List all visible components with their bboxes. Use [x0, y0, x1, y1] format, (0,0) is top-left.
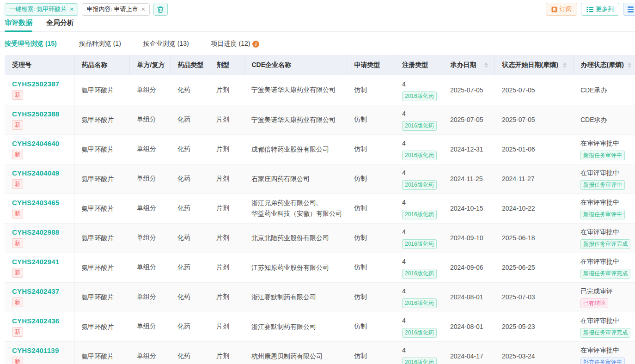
column-header-inner: 申请类型	[354, 61, 395, 69]
filter-tag-1: 申报内容: 申请上市×	[82, 3, 149, 16]
sort-carets-icon[interactable]	[563, 62, 567, 68]
sort-carets-icon[interactable]	[628, 62, 631, 68]
status-start-date-cell: 2025-07-03	[495, 282, 573, 312]
status-start-date-cell: 2025-03-24	[495, 341, 573, 364]
handle-status-cell: 在审评审批中补充任务审评中	[573, 341, 635, 364]
filter-tag-0: 一键检索: 氨甲环酸片×	[5, 3, 78, 16]
column-header-inner: 剂型	[217, 61, 244, 69]
sort-desc-icon[interactable]	[563, 66, 567, 68]
company-cell: 成都倍特药业股份有限公司	[244, 134, 347, 164]
drug-type-cell: 化药	[170, 312, 209, 341]
export-button-partial[interactable]	[623, 3, 635, 16]
status-badge: 新报任务审评中	[580, 180, 625, 190]
subtab-2[interactable]: 按企业浏览 (13)	[143, 40, 189, 48]
column-header-label: 状态开始日期(摩熵)	[502, 61, 558, 69]
apply-type-cell: 仿制	[347, 341, 395, 364]
table-row: CYHS2404049新氨甲环酸片单组分化药片剂石家庄四药有限公司仿制42016…	[5, 164, 635, 194]
sort-asc-icon[interactable]	[563, 62, 567, 65]
main-tabs: 审评数据全局分析	[0, 16, 635, 32]
export-icon	[628, 6, 635, 12]
accept-no-link[interactable]: CYHS2402941	[12, 258, 74, 266]
accept-no-link[interactable]: CYHS2404049	[12, 169, 74, 177]
table-header-row: 受理号药品名称单方/复方药品类型剂型CDE企业名称申请类型注册类型承办日期状态开…	[5, 55, 635, 75]
table-row: CYHS2502387新氨甲环酸片单组分化药片剂宁波美诺华天康药业有限公司仿制4…	[5, 75, 635, 105]
subtab-1[interactable]: 按品种浏览 (1)	[79, 40, 121, 48]
subtab-label: 项目进度 (12)	[211, 40, 250, 48]
accept-no-link[interactable]: CYHS2402437	[12, 287, 74, 295]
accept-no-link[interactable]: CYHS2402988	[12, 228, 74, 236]
drug-name: 氨甲环酸片	[82, 85, 130, 95]
accept-no-link[interactable]: CYHS2502388	[12, 110, 74, 118]
undertake-date-cell: 2024-10-15	[443, 194, 495, 223]
reg-type-number: 4	[402, 109, 443, 119]
sort-desc-icon[interactable]	[628, 66, 631, 68]
accept-no-cell: CYHS2502388新	[5, 105, 74, 134]
company-name: 北京北陆药业股份有限公司	[251, 233, 347, 243]
status-badge: 补充任务审评中	[580, 358, 625, 364]
drug-name-cell: 氨甲环酸片	[74, 75, 129, 105]
undertake-date-cell: 2024-09-06	[443, 253, 495, 282]
column-header-label: 办理状态(摩熵)	[581, 61, 624, 69]
drug-type-cell: 化药	[170, 253, 209, 282]
status-start-date-cell: 2024-10-22	[495, 194, 573, 223]
reg-type-badge: 2016版化药	[402, 91, 437, 101]
accept-no-link[interactable]: CYHS2403465	[12, 199, 74, 206]
accept-no-link[interactable]: CYHS2404640	[12, 140, 74, 147]
accept-no-link[interactable]: CYHS2502387	[12, 80, 74, 88]
drug-name-cell: 氨甲环酸片	[74, 134, 129, 164]
accept-no-link[interactable]: CYHS2401139	[12, 346, 74, 354]
drug-type-cell: 化药	[170, 75, 209, 105]
tab-0[interactable]: 审评数据	[5, 18, 32, 31]
new-badge: 新	[12, 120, 23, 130]
table-row: CYHS2402941新氨甲环酸片单组分化药片剂江苏知原药业股份有限公司仿制42…	[5, 253, 635, 282]
reg-type-badge: 2016版化药	[402, 358, 437, 364]
drug-type-cell: 化药	[170, 105, 209, 134]
accept-no-link[interactable]: CYHS2402436	[12, 317, 74, 325]
subtab-0[interactable]: 按受理号浏览 (15)	[5, 40, 57, 48]
status-badge: 新报任务审评完成	[580, 328, 630, 338]
info-icon[interactable]: i	[252, 41, 259, 48]
dosage-form-cell: 片剂	[209, 253, 244, 282]
status-badge: 已有结论	[580, 298, 608, 308]
review-data-table: 受理号药品名称单方/复方药品类型剂型CDE企业名称申请类型注册类型承办日期状态开…	[5, 55, 635, 364]
column-header-8[interactable]: 承办日期	[443, 55, 495, 75]
sort-asc-icon[interactable]	[484, 62, 488, 65]
accept-no-cell: CYHS2402988新	[5, 223, 74, 253]
reg-type-badge: 2016版化药	[402, 298, 437, 308]
drug-name: 氨甲环酸片	[82, 144, 130, 154]
reg-type-number: 4	[402, 197, 443, 207]
subscribe-button[interactable]: 订阅	[546, 3, 577, 16]
column-header-10[interactable]: 办理状态(摩熵)	[573, 55, 635, 75]
close-icon[interactable]: ×	[141, 6, 145, 12]
clear-filters-button[interactable]	[153, 3, 168, 16]
company-cell: 浙江兄弟药业有限公司,华益药业科技（安徽）有限公司	[244, 194, 347, 223]
undertake-date-cell: 2025-07-05	[443, 75, 495, 105]
column-header-1: 药品名称	[74, 55, 129, 75]
status-badge: 新报任务审评中	[580, 210, 625, 219]
reg-type-number: 4	[402, 315, 443, 326]
handle-status-cell: 在审评审批中新报任务审评中	[573, 194, 635, 223]
column-header-label: 单方/复方	[137, 61, 165, 69]
handle-status-cell: 在审评审批中新报任务审评中	[573, 164, 635, 194]
drug-name: 氨甲环酸片	[82, 262, 130, 273]
new-badge: 新	[12, 327, 23, 337]
reg-type-number: 4	[402, 138, 443, 148]
tab-1[interactable]: 全局分析	[46, 18, 74, 31]
subtab-3[interactable]: 项目进度 (12)i	[211, 40, 260, 48]
undertake-date-cell: 2025-07-05	[443, 105, 495, 134]
status-badge: 新报任务审评完成	[580, 269, 630, 279]
undertake-date-cell: 2024-12-31	[443, 134, 495, 164]
more-columns-button[interactable]: 更多列	[581, 3, 619, 16]
table-body: CYHS2502387新氨甲环酸片单组分化药片剂宁波美诺华天康药业有限公司仿制4…	[5, 75, 635, 364]
column-header-9[interactable]: 状态开始日期(摩熵)	[495, 55, 573, 75]
reg-type-badge: 2016版化药	[402, 121, 437, 131]
reg-type-cell: 42016版化药	[395, 164, 443, 194]
sort-asc-icon[interactable]	[628, 62, 631, 65]
sort-desc-icon[interactable]	[484, 66, 488, 68]
composition-cell: 单组分	[129, 312, 170, 341]
apply-type-cell: 仿制	[347, 223, 395, 253]
close-icon[interactable]: ×	[70, 6, 73, 12]
sort-carets-icon[interactable]	[484, 62, 488, 68]
reg-type-badge: 2016版化药	[402, 328, 437, 338]
more-columns-label: 更多列	[596, 5, 614, 13]
